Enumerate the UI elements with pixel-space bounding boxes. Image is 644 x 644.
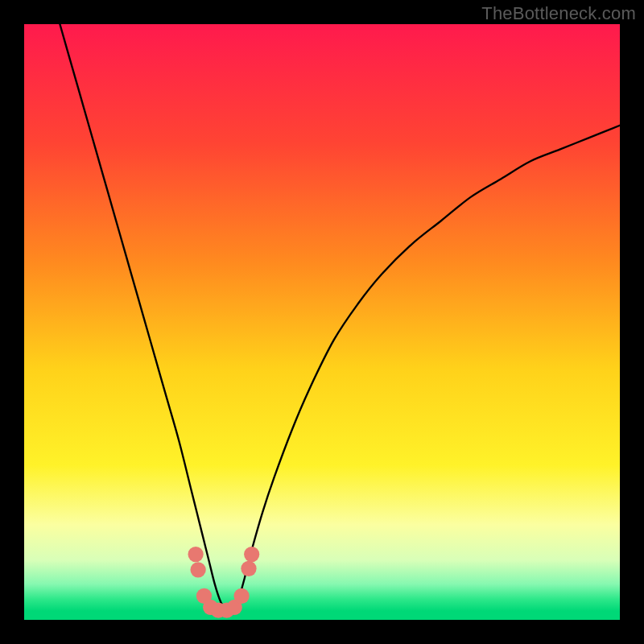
bottleneck-curve xyxy=(60,24,620,613)
threshold-dot xyxy=(241,561,256,576)
plot-area xyxy=(24,24,620,620)
threshold-markers xyxy=(188,547,260,618)
threshold-dot xyxy=(190,562,205,577)
threshold-dot xyxy=(233,588,249,604)
curve-layer xyxy=(24,24,620,620)
threshold-dot xyxy=(188,547,204,562)
chart-frame: { "watermark": "TheBottleneck.com", "col… xyxy=(0,0,644,644)
threshold-dot xyxy=(244,547,259,562)
watermark-text: TheBottleneck.com xyxy=(481,3,636,24)
